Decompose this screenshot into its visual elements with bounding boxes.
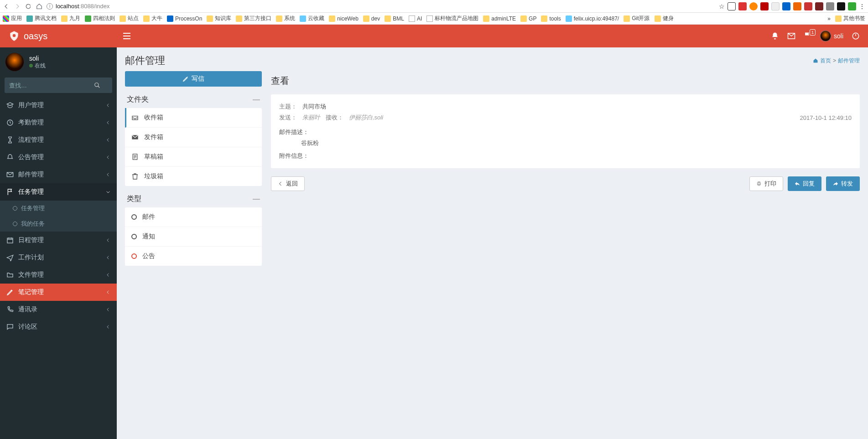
sidebar-username: soli xyxy=(29,55,46,62)
chevron-left-icon xyxy=(106,255,110,260)
ext-icon[interactable] xyxy=(815,2,823,10)
sidebar-subitem[interactable]: 我的任务 xyxy=(0,216,117,232)
bookmark-item[interactable]: tools xyxy=(541,15,561,22)
bookmark-item[interactable]: dev xyxy=(363,15,380,22)
svg-rect-9 xyxy=(758,183,761,185)
site-info-icon[interactable]: i xyxy=(47,3,53,10)
circle-icon xyxy=(13,222,17,226)
notifications-bell[interactable] xyxy=(771,32,779,40)
bookmark-item[interactable]: adminLTE xyxy=(483,15,516,22)
ext-icon[interactable] xyxy=(749,2,758,10)
forward-icon[interactable] xyxy=(14,3,21,10)
bookmark-item[interactable]: 第三方接口 xyxy=(236,15,271,22)
print-icon xyxy=(756,181,762,186)
ext-icon[interactable] xyxy=(837,2,845,10)
sidebar-toggle[interactable] xyxy=(117,33,137,39)
logo[interactable]: oasys xyxy=(0,25,117,47)
settings-button[interactable] xyxy=(852,32,860,40)
bookmark-item[interactable]: 九月 xyxy=(61,15,80,22)
bookmark-item[interactable]: 标杆物流产品地图 xyxy=(426,15,478,22)
search-input[interactable] xyxy=(5,77,94,93)
chevron-left-icon xyxy=(106,172,110,177)
sidebar-item-phone[interactable]: 通讯录 xyxy=(0,301,117,318)
bookmark-item[interactable]: niceWeb xyxy=(329,15,358,22)
star-icon[interactable]: ☆ xyxy=(719,3,725,10)
bookmark-item[interactable]: 站点 xyxy=(120,15,139,22)
bookmark-overflow[interactable]: » xyxy=(827,15,831,22)
bookmark-item[interactable]: felix.uicp.io:49487/ xyxy=(566,15,619,22)
reload-icon[interactable] xyxy=(25,3,32,10)
reply-button[interactable]: 回复 xyxy=(788,176,821,191)
flag-notifications[interactable]: 1 xyxy=(804,32,812,40)
type-item[interactable]: 通知 xyxy=(125,227,262,246)
calendar-icon xyxy=(6,237,14,244)
apps-shortcut[interactable]: 应用 xyxy=(3,15,22,22)
bookmark-item[interactable]: ProcessOn xyxy=(167,15,202,22)
bookmark-item[interactable]: AI xyxy=(409,15,422,22)
envelope-icon xyxy=(787,32,795,40)
sidebar-item-envelope[interactable]: 邮件管理 xyxy=(0,166,117,183)
ext-icon[interactable] xyxy=(782,2,790,10)
breadcrumb-sep: > xyxy=(833,57,836,64)
bookmark-item[interactable]: GP xyxy=(520,15,536,22)
menu-icon[interactable]: ⋮ xyxy=(859,3,865,10)
home-icon xyxy=(813,58,818,63)
bookmark-item[interactable]: Git开源 xyxy=(624,15,650,22)
breadcrumb-home[interactable]: 首页 xyxy=(820,57,831,65)
bookmark-item[interactable]: 大牛 xyxy=(143,15,162,22)
mail-detail: 主题： 共同市场 发送： 朱丽叶 接收： 伊丽莎白,soli 2017-10-1… xyxy=(271,94,860,168)
bookmark-item[interactable]: BML xyxy=(385,15,404,22)
bookmark-item[interactable]: 四相法则 xyxy=(85,15,115,22)
collapse-button[interactable]: — xyxy=(253,195,260,203)
sidebar-item-bell[interactable]: 公告管理 xyxy=(0,149,117,166)
sidebar-item-flag[interactable]: 任务管理 xyxy=(0,183,117,201)
messages-button[interactable] xyxy=(787,32,795,40)
page-title: 邮件管理 xyxy=(125,54,165,67)
breadcrumb-current[interactable]: 邮件管理 xyxy=(838,57,860,65)
sidebar-item-grad[interactable]: 用户管理 xyxy=(0,97,117,114)
collapse-button[interactable]: — xyxy=(253,96,260,104)
ext-icon[interactable] xyxy=(771,2,780,10)
home-icon[interactable] xyxy=(36,3,43,10)
other-bookmarks[interactable]: 其他书签 xyxy=(835,15,865,22)
sidebar-subitem[interactable]: 任务管理 xyxy=(0,201,117,216)
bookmark-item[interactable]: 健身 xyxy=(655,15,674,22)
folder-item[interactable]: 发件箱 xyxy=(125,128,262,147)
sidebar-item-hourglass[interactable]: 流程管理 xyxy=(0,131,117,149)
type-item[interactable]: 公告 xyxy=(125,247,262,266)
user-menu[interactable]: soli xyxy=(820,31,843,41)
sidebar-item-comment[interactable]: 讨论区 xyxy=(0,318,117,336)
back-icon[interactable] xyxy=(3,3,10,10)
sidebar-item-plane[interactable]: 工作计划 xyxy=(0,249,117,266)
ext-icon[interactable] xyxy=(728,2,736,10)
address-bar[interactable]: i localhost:8088/index xyxy=(47,3,715,10)
bookmark-item[interactable]: 腾讯文档 xyxy=(26,15,57,22)
bookmark-item[interactable]: 系统 xyxy=(276,15,295,22)
browser-extensions: ☆ ⋮ xyxy=(719,2,865,10)
bookmark-item[interactable]: 云收藏 xyxy=(300,15,324,22)
bookmark-icon xyxy=(207,15,213,22)
chevron-left-icon xyxy=(106,155,110,160)
bookmark-item[interactable]: 知识库 xyxy=(207,15,231,22)
ext-icon[interactable] xyxy=(804,2,812,10)
sidebar-item-clock[interactable]: 考勤管理 xyxy=(0,114,117,131)
sidebar-item-folder[interactable]: 文件管理 xyxy=(0,266,117,284)
print-button[interactable]: 打印 xyxy=(749,176,783,191)
types-header: 类型 — xyxy=(125,186,262,207)
ext-icon[interactable] xyxy=(760,2,769,10)
compose-button[interactable]: 写信 xyxy=(125,71,262,87)
sidebar-item-calendar[interactable]: 日程管理 xyxy=(0,232,117,249)
folder-item[interactable]: 收件箱 xyxy=(126,108,262,127)
ext-icon[interactable] xyxy=(793,2,801,10)
type-item[interactable]: 邮件 xyxy=(125,207,262,227)
folder-item[interactable]: 草稿箱 xyxy=(125,147,262,166)
sidebar-item-edit[interactable]: 笔记管理 xyxy=(0,284,117,301)
search-button[interactable] xyxy=(94,77,112,93)
ext-icon[interactable] xyxy=(826,2,834,10)
forward-button[interactable]: 转发 xyxy=(826,176,860,191)
folder-item[interactable]: 垃圾箱 xyxy=(125,167,262,186)
ext-icon[interactable] xyxy=(738,2,747,10)
back-button[interactable]: 返回 xyxy=(271,176,305,191)
ext-icon[interactable] xyxy=(848,2,856,10)
mail-view-panel: 查看 主题： 共同市场 发送： 朱丽叶 接收： 伊丽莎白,soli 2017-1… xyxy=(271,71,860,191)
